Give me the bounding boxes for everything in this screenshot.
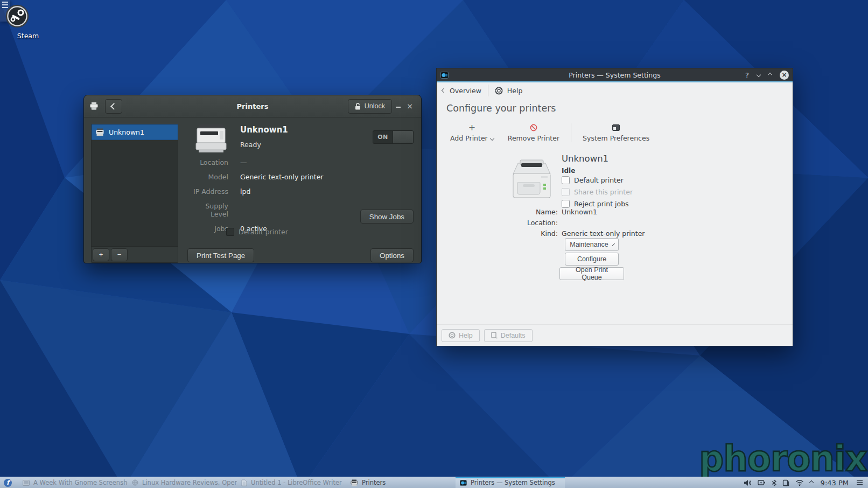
remove-printer-tool[interactable]: Remove Printer	[501, 121, 566, 144]
printer-icon	[351, 479, 358, 486]
help-lifering-icon	[495, 87, 503, 95]
field-label-ip: IP Address	[187, 187, 228, 196]
printer-list-item-unknown1[interactable]: Unknown1	[92, 124, 178, 140]
add-printer-button[interactable]: +	[93, 248, 109, 261]
lock-icon	[355, 103, 361, 110]
field-value-model: Generic text-only printer	[240, 173, 414, 181]
print-test-page-button[interactable]: Print Test Page	[187, 248, 254, 262]
system-settings-icon	[460, 480, 467, 486]
printer-info-fields: Name: Unknown1 Location: Kind: Generic t…	[437, 208, 793, 238]
add-printer-tool[interactable]: + Add Printer	[443, 121, 501, 144]
kde-minimize-button[interactable]	[757, 73, 761, 77]
remove-prohibited-icon	[530, 123, 537, 132]
share-printer-checkbox	[562, 188, 570, 196]
volume-icon[interactable]	[744, 479, 752, 486]
kde-system-settings-window: Printers — System Settings ? × Overview …	[436, 68, 793, 346]
kde-footer-bar: Help Defaults	[437, 324, 793, 346]
taskbar: f A Week With Gnome Screenshot… Linux Ha…	[0, 477, 868, 488]
chevron-left-icon	[442, 88, 446, 93]
show-jobs-button[interactable]: Show Jobs	[360, 210, 414, 224]
default-printer-checkbox[interactable]	[562, 176, 570, 184]
gnome-headerbar: Printers Unlock ×	[84, 95, 421, 117]
share-printer-row: Share this printer	[562, 188, 633, 196]
overview-back-button[interactable]: Overview	[442, 87, 481, 95]
kind-field-value: Generic text-only printer	[562, 229, 793, 238]
maintenance-dropdown[interactable]: Maintenance	[565, 238, 619, 251]
field-label-jobs: Jobs	[187, 225, 228, 233]
printer-image	[195, 124, 227, 154]
gnome-minimize-button[interactable]	[392, 102, 404, 110]
gnome-back-button[interactable]	[105, 99, 122, 114]
sidebar-toolbar: + −	[92, 246, 178, 262]
toolbar-separator	[571, 123, 571, 142]
application-launcher-fedora-icon[interactable]: f	[4, 479, 12, 487]
bluetooth-icon[interactable]	[772, 479, 776, 486]
footer-help-button[interactable]: Help	[442, 329, 480, 342]
window-icon	[23, 480, 30, 486]
location-field-value	[562, 219, 793, 227]
steam-label: Steam	[5, 32, 51, 40]
task-libreoffice-writer[interactable]: Untitled 1 - LibreOffice Writer	[237, 477, 346, 488]
printer-small-icon	[95, 128, 104, 136]
switch-knob[interactable]	[393, 131, 413, 143]
printer-list[interactable]: Unknown1	[92, 124, 178, 246]
name-field-value: Unknown1	[562, 208, 793, 216]
printer-option-checkboxes: Default printer Share this printer Rejec…	[562, 176, 633, 208]
tray-expander-chevron-up-icon[interactable]	[809, 480, 813, 485]
nav-help-button[interactable]: Help	[495, 87, 523, 95]
steam-shortcut[interactable]: Steam	[5, 4, 51, 40]
clipboard-icon[interactable]	[782, 479, 789, 486]
battery-icon[interactable]	[758, 479, 766, 486]
chevron-left-icon	[110, 103, 117, 110]
printer-sidebar: Unknown1 + −	[91, 124, 178, 263]
chevron-down-icon	[612, 243, 615, 246]
task-gnome-printers[interactable]: Printers	[346, 477, 456, 488]
kde-printer-status: Idle	[562, 167, 575, 175]
kde-titlebar-buttons: ? ×	[745, 71, 789, 80]
unlock-button[interactable]: Unlock	[348, 99, 392, 114]
task-browser[interactable]: Linux Hardware Reviews, Open…	[128, 477, 237, 488]
chevron-down-icon	[490, 136, 494, 140]
field-label-supply: Supply Level	[187, 202, 228, 218]
options-button[interactable]: Options	[370, 248, 414, 262]
default-printer-checkbox[interactable]	[226, 228, 234, 236]
location-field-label: Location:	[437, 219, 558, 227]
kde-help-button[interactable]: ?	[745, 71, 749, 79]
system-preferences-tool[interactable]: System Preferences	[576, 121, 656, 144]
clock[interactable]: 9:43 PM	[821, 479, 849, 487]
gnome-window-body: Unknown1 + − Unknown1 Ready	[84, 117, 421, 269]
kde-window-title: Printers — System Settings	[437, 71, 793, 79]
open-print-queue-button[interactable]: Open Print Queue	[559, 267, 624, 280]
kind-field-label: Kind:	[437, 229, 558, 238]
default-printer-label: Default printer	[239, 228, 288, 236]
printer-toolbar: + Add Printer Remove Printer	[443, 121, 656, 144]
printer-action-buttons: Maintenance Configure Open Print Queue	[559, 238, 624, 280]
gnome-printers-window: Printers Unlock ×	[83, 95, 422, 263]
printer-status: Ready	[240, 141, 261, 149]
document-icon	[241, 479, 247, 486]
configure-button[interactable]: Configure	[565, 253, 619, 266]
printer-on-switch[interactable]: ON	[373, 130, 414, 144]
field-value-ip: lpd	[240, 187, 414, 196]
task-gnome-screenshot[interactable]: A Week With Gnome Screenshot…	[18, 477, 128, 488]
default-printer-row[interactable]: Default printer	[226, 228, 288, 236]
task-system-settings[interactable]: Printers — System Settings	[456, 477, 565, 488]
default-printer-row[interactable]: Default printer	[562, 176, 633, 184]
kde-close-button[interactable]: ×	[780, 71, 789, 80]
gnome-close-button[interactable]: ×	[404, 102, 416, 110]
reject-jobs-checkbox[interactable]	[562, 200, 570, 208]
kde-printer-name: Unknown1	[562, 154, 608, 164]
footer-defaults-button[interactable]: Defaults	[484, 329, 533, 342]
kde-maximize-button[interactable]	[768, 73, 772, 77]
defaults-icon	[491, 332, 498, 339]
panel-menu-icon[interactable]	[856, 480, 863, 485]
system-tray: 9:43 PM	[744, 479, 868, 487]
phoronix-watermark: phoronix	[699, 441, 867, 477]
kde-printer-image	[506, 157, 558, 205]
reject-jobs-row[interactable]: Reject print jobs	[562, 200, 633, 208]
wifi-icon[interactable]	[795, 479, 804, 486]
nav-separator	[488, 85, 488, 96]
field-label-model: Model	[187, 173, 228, 181]
name-field-label: Name:	[437, 208, 558, 216]
remove-printer-button[interactable]: −	[111, 248, 128, 261]
